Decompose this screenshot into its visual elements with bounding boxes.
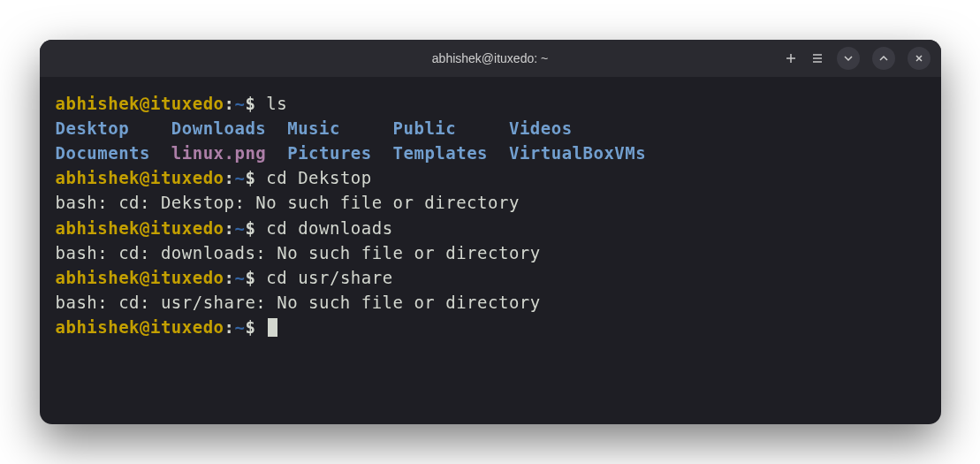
- prompt-symbol: $: [245, 94, 255, 113]
- prompt-symbol: $: [245, 268, 255, 287]
- prompt-separator: :: [224, 317, 235, 337]
- prompt-user: abhishek@ituxedo: [56, 168, 224, 187]
- command-text: cd usr/share: [266, 268, 392, 287]
- prompt-symbol: $: [245, 218, 255, 238]
- error-output: bash: cd: downloads: No such file or dir…: [56, 240, 925, 265]
- cursor: [268, 318, 277, 337]
- terminal-window: abhishek@ituxedo: ~ abhishek@ituxedo:~$ …: [40, 40, 941, 424]
- menu-icon[interactable]: [810, 51, 824, 65]
- error-output: bash: cd: Dekstop: No such file or direc…: [56, 190, 925, 215]
- prompt-separator: :: [224, 168, 235, 187]
- maximize-button[interactable]: [872, 47, 895, 70]
- command-text: ls: [266, 94, 287, 113]
- prompt-separator: :: [224, 94, 235, 113]
- prompt-path: ~: [234, 168, 245, 187]
- prompt-separator: :: [224, 218, 235, 238]
- terminal-body[interactable]: abhishek@ituxedo:~$ ls Desktop Downloads…: [40, 77, 941, 424]
- ls-output-row: Documents linux.png Pictures Templates V…: [56, 141, 925, 165]
- prompt-path: ~: [234, 218, 245, 238]
- prompt-line: abhishek@ituxedo:~$ ls: [56, 91, 925, 116]
- ls-output-row: Desktop Downloads Music Public Videos: [56, 116, 925, 141]
- prompt-separator: :: [224, 268, 235, 287]
- prompt-path: ~: [234, 317, 245, 337]
- prompt-path: ~: [234, 268, 245, 287]
- ls-dir: Desktop: [56, 118, 130, 138]
- command-text: cd downloads: [266, 218, 392, 238]
- prompt-symbol: $: [245, 168, 255, 187]
- titlebar[interactable]: abhishek@ituxedo: ~: [40, 40, 941, 77]
- prompt-user: abhishek@ituxedo: [56, 218, 224, 238]
- minimize-button[interactable]: [837, 47, 860, 70]
- ls-dir: Pictures: [287, 143, 372, 163]
- prompt-path: ~: [234, 94, 245, 113]
- command-text: cd Dekstop: [266, 168, 371, 187]
- window-controls: [784, 47, 931, 70]
- error-output: bash: cd: usr/share: No such file or dir…: [56, 290, 925, 315]
- prompt-user: abhishek@ituxedo: [56, 317, 224, 337]
- prompt-line: abhishek@ituxedo:~$ cd usr/share: [56, 265, 925, 290]
- prompt-symbol: $: [245, 317, 255, 337]
- close-button[interactable]: [908, 47, 931, 70]
- ls-dir: Downloads: [171, 118, 266, 138]
- prompt-line: abhishek@ituxedo:~$ cd downloads: [56, 216, 925, 240]
- ls-dir: Documents: [56, 143, 150, 163]
- window-title: abhishek@ituxedo: ~: [432, 51, 548, 65]
- new-tab-icon[interactable]: [784, 51, 798, 65]
- prompt-line: abhishek@ituxedo:~$: [56, 315, 925, 339]
- ls-dir: Videos: [509, 118, 573, 138]
- prompt-line: abhishek@ituxedo:~$ cd Dekstop: [56, 165, 925, 190]
- ls-dir: VirtualBoxVMs: [509, 143, 646, 163]
- ls-file: linux.png: [171, 143, 266, 163]
- prompt-user: abhishek@ituxedo: [56, 94, 224, 113]
- ls-dir: Music: [287, 118, 340, 138]
- prompt-user: abhishek@ituxedo: [56, 268, 224, 287]
- ls-dir: Public: [393, 118, 457, 138]
- ls-dir: Templates: [393, 143, 488, 163]
